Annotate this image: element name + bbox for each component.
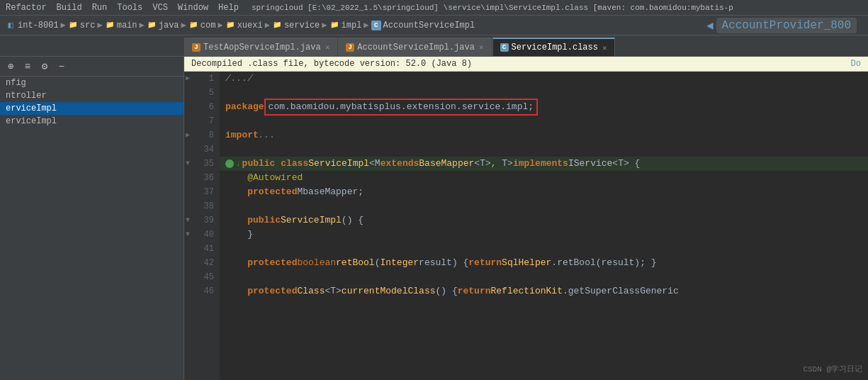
- breadcrumb-service: 📁 service: [272, 21, 320, 30]
- code-line-42: protected boolean retBool ( Integer resu…: [220, 256, 868, 270]
- notification-bar: Decompiled .class file, bytecode version…: [184, 57, 868, 72]
- path-text: springcloud [E:\02_2022_1.5\springcloud]…: [252, 4, 733, 12]
- menu-tools[interactable]: Tools: [117, 3, 142, 13]
- code-line-37: protected M baseMapper;: [220, 185, 868, 199]
- interface-iservice: IService: [568, 157, 612, 171]
- indent-36: [225, 171, 247, 185]
- menu-run[interactable]: Run: [92, 3, 108, 13]
- code-line-40: }: [220, 228, 868, 242]
- menu-bar: Refactor Build Run Tools VCS Window Help…: [0, 0, 868, 16]
- sidebar-item-nfig[interactable]: nfig: [0, 77, 184, 89]
- class-basemapper: BaseMapper: [419, 157, 474, 171]
- breadcrumb-java-label: java: [159, 21, 179, 30]
- tab-close-1[interactable]: ✕: [325, 43, 330, 52]
- breadcrumb-xuexi: 📁 xuexi: [225, 21, 263, 30]
- code-line-5: [220, 86, 868, 100]
- indent-46: [225, 284, 247, 298]
- code-lines: /.../ package com.baomidou.mybatisplus.e…: [220, 72, 868, 380]
- ln-38: 38: [184, 199, 220, 213]
- sidebar-item-serviceimpl-1[interactable]: erviceImpl: [0, 102, 184, 115]
- sidebar-item-serviceimpl-2[interactable]: erviceImpl: [0, 115, 184, 128]
- ln-45: 45: [184, 270, 220, 284]
- bc-sep-4: ▶: [181, 20, 186, 30]
- back-arrow[interactable]: ◀: [706, 18, 714, 33]
- class-class: Class: [297, 284, 325, 298]
- code-line-36: @Autowired: [220, 171, 868, 185]
- fold-icon-35[interactable]: ▼: [186, 157, 190, 171]
- generic-t2: <T> {: [612, 157, 640, 171]
- method-retbool: retBool: [336, 256, 375, 270]
- menu-help[interactable]: Help: [218, 3, 239, 13]
- folder-icon-xuexi: 📁: [225, 21, 235, 30]
- menu-window[interactable]: Window: [178, 3, 208, 13]
- code-line-38: [220, 199, 868, 213]
- tab-icon-java-1: J: [192, 43, 201, 52]
- constructor-name: ServiceImpl: [281, 213, 342, 228]
- method-currentmodelclass: currentModelClass: [342, 284, 436, 298]
- code-line-1: /.../: [220, 72, 868, 86]
- kw-implements: implements: [513, 157, 568, 171]
- sidebar-list-btn[interactable]: ≡: [21, 60, 34, 73]
- folder-icon-com: 📁: [188, 21, 198, 30]
- indent-39: [225, 213, 247, 228]
- ln-6: 6: [184, 100, 220, 114]
- constructor-parens: () {: [342, 213, 363, 228]
- breadcrumb-main-label: main: [117, 21, 137, 30]
- breadcrumb-src-label: src: [80, 21, 96, 30]
- bc-sep-3: ▶: [140, 20, 145, 30]
- sidebar-add-btn[interactable]: ⊕: [4, 60, 17, 73]
- sidebar-minimize-btn[interactable]: −: [55, 60, 68, 73]
- tab-serviceimpl[interactable]: C ServiceImpl.class ✕: [492, 38, 615, 56]
- breadcrumb-module-label: int-8001: [18, 21, 59, 30]
- tab-icon-java-2: J: [346, 43, 354, 52]
- breadcrumb-bar: ◧ int-8001 ▶ 📁 src ▶ 📁 main ▶ 📁 java ▶ 📁…: [0, 16, 868, 35]
- notification-action[interactable]: Do: [851, 59, 861, 69]
- tab-accountserviceimpl[interactable]: J AccountServiceImpl.java ✕: [338, 38, 491, 56]
- tab-label-2: AccountServiceImpl.java: [357, 43, 475, 52]
- sidebar-content: nfig ntroller erviceImpl erviceImpl: [0, 77, 184, 380]
- ln-1: ▶ 1: [184, 72, 220, 86]
- bc-sep-8: ▶: [363, 20, 368, 30]
- folder-icon-src: 📁: [68, 21, 78, 30]
- sidebar: ⊕ ≡ ⚙ − nfig ntroller erviceImpl erviceI…: [0, 57, 184, 380]
- tab-testaopserviceimpl[interactable]: J TestAopServiceImpl.java ✕: [184, 38, 337, 56]
- breadcrumb-src: 📁 src: [68, 21, 96, 30]
- breadcrumb-class: C AccountServiceImpl: [371, 21, 475, 30]
- breadcrumb-java: 📁 java: [147, 21, 179, 30]
- sidebar-settings-btn[interactable]: ⚙: [38, 60, 51, 73]
- package-name: com.baomidou.mybatisplus.extension.servi…: [269, 101, 534, 112]
- folder-icon-impl: 📁: [329, 21, 339, 30]
- tab-close-3[interactable]: ✕: [602, 43, 607, 52]
- generic-t3: <T>: [325, 284, 341, 298]
- fold-icon-39[interactable]: ▼: [186, 213, 190, 228]
- tab-label-3: ServiceImpl.class: [512, 43, 598, 52]
- fold-icon-40[interactable]: ▼: [186, 228, 190, 242]
- breadcrumb-com-label: com: [201, 21, 216, 30]
- ln-41: 41: [184, 242, 220, 256]
- breadcrumb-com: 📁 com: [188, 21, 216, 30]
- menu-refactor[interactable]: Refactor: [6, 3, 47, 13]
- fold-icon-8[interactable]: ▶: [186, 128, 190, 142]
- indent-37: [225, 185, 247, 199]
- bc-sep-2: ▶: [97, 20, 102, 30]
- folder-icon-service: 📁: [272, 21, 282, 30]
- menu-vcs[interactable]: VCS: [152, 3, 168, 13]
- retbool-call: .retBool(result); }: [551, 256, 656, 270]
- folder-icon-main: 📁: [105, 21, 115, 30]
- green-arrow-icon: ↓: [236, 157, 241, 171]
- menu-build[interactable]: Build: [57, 3, 82, 13]
- tab-close-2[interactable]: ✕: [479, 43, 484, 52]
- bc-sep-6: ▶: [265, 20, 270, 30]
- indent-42: [225, 256, 247, 270]
- ln-34: 34: [184, 142, 220, 157]
- kw-protected-46: protected: [247, 284, 297, 298]
- class-name: ServiceImpl: [308, 157, 369, 171]
- tab-icon-class: C: [500, 43, 509, 52]
- breadcrumb-impl: 📁 impl: [329, 21, 362, 30]
- main-layout: ⊕ ≡ ⚙ − nfig ntroller erviceImpl erviceI…: [0, 57, 868, 380]
- breadcrumb-service-label: service: [284, 21, 320, 30]
- breadcrumb-module: ◧ int-8001: [6, 21, 59, 30]
- sidebar-toolbar: ⊕ ≡ ⚙ −: [0, 57, 184, 77]
- fold-icon-1[interactable]: ▶: [186, 72, 190, 86]
- sidebar-item-ntroller[interactable]: ntroller: [0, 89, 184, 102]
